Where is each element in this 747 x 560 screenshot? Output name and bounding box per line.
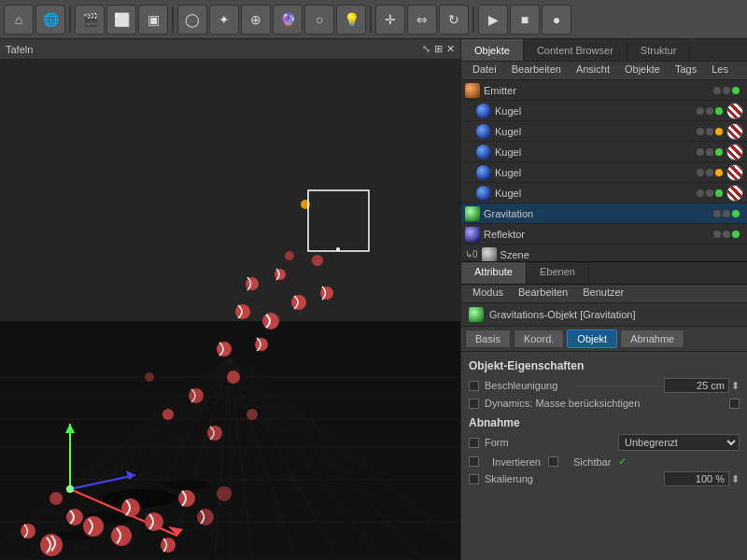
- menu-datei[interactable]: Datei: [465, 62, 504, 79]
- dot1: [713, 87, 721, 94]
- beschleunigung-checkbox[interactable]: [469, 381, 479, 391]
- beschleunigung-arrow[interactable]: ⬍: [731, 380, 740, 392]
- menu-ansicht[interactable]: Ansicht: [569, 62, 617, 79]
- object-row-emitter[interactable]: Emitter: [461, 80, 747, 101]
- kugel-5-name: Kugel: [495, 188, 697, 199]
- menu-bearbeiten[interactable]: Bearbeiten: [504, 62, 569, 79]
- dynamics-checkbox[interactable]: [469, 399, 479, 409]
- object-row-kugel-1[interactable]: Kugel: [461, 101, 747, 121]
- attr-menu-benutzer[interactable]: Benutzer: [575, 285, 631, 302]
- attr-menu-modus[interactable]: Modus: [465, 285, 511, 302]
- scale-button[interactable]: ⇔: [407, 5, 437, 35]
- tab-objekte[interactable]: Objekte: [461, 39, 524, 61]
- svg-point-48: [320, 287, 333, 300]
- btn-objekt[interactable]: Objekt: [567, 329, 617, 348]
- object-row-gravitation[interactable]: Gravitation: [461, 203, 747, 224]
- svg-point-61: [162, 409, 174, 420]
- attr-menu-bearbeiten[interactable]: Bearbeiten: [511, 285, 575, 302]
- kugel5-thumb: [726, 185, 743, 202]
- skalierung-value[interactable]: [664, 471, 729, 486]
- gravity-icon: [465, 206, 480, 221]
- tab-ebenen[interactable]: Ebenen: [527, 262, 589, 284]
- attr-gravity-icon: [469, 307, 484, 322]
- kugel3-thumb: [726, 144, 743, 161]
- rotate-button[interactable]: ↻: [439, 5, 469, 35]
- dot1: [713, 210, 721, 217]
- form-checkbox[interactable]: [469, 438, 479, 448]
- kugel-4-name: Kugel: [495, 167, 697, 178]
- menu-tags[interactable]: Tags: [668, 62, 704, 79]
- separator-3: [370, 7, 372, 33]
- separator-4: [472, 7, 474, 33]
- svg-point-50: [275, 269, 286, 280]
- dot3: [732, 231, 740, 238]
- btn-basis[interactable]: Basis: [465, 329, 511, 348]
- play-button[interactable]: ▶: [478, 5, 508, 35]
- svg-point-62: [207, 426, 222, 441]
- svg-point-59: [189, 388, 204, 403]
- menu-les[interactable]: Les: [704, 62, 736, 79]
- skalierung-checkbox[interactable]: [469, 474, 479, 484]
- scene-button[interactable]: 🔮: [273, 5, 303, 35]
- object-row-kugel-2[interactable]: Kugel: [461, 121, 747, 142]
- dot3: [715, 169, 723, 176]
- deform-button[interactable]: ⊕: [241, 5, 271, 35]
- kugel4-dots: [697, 169, 723, 176]
- viewport-3d[interactable]: Tafeln ⤡ ⊞ ✕: [0, 39, 460, 560]
- object-row-szene[interactable]: ↳0 Szene: [461, 245, 747, 262]
- object-row-kugel-5[interactable]: Kugel: [461, 183, 747, 203]
- svg-point-55: [217, 342, 232, 357]
- invertieren-label: Invertieren: [492, 456, 541, 468]
- shape-button[interactable]: ▣: [138, 5, 168, 35]
- nurbs-button[interactable]: ✦: [209, 5, 239, 35]
- beschleunigung-value[interactable]: [664, 378, 729, 393]
- top-tab-bar: Objekte Content Browser Struktur: [461, 39, 747, 62]
- object-row-kugel-3[interactable]: Kugel: [461, 142, 747, 162]
- sichtbar-check: ✓: [618, 455, 627, 468]
- object-row-reflektor[interactable]: Reflektor: [461, 224, 747, 245]
- attr-section-title: Objekt-Eigenschaften: [469, 359, 740, 372]
- viewport-icon-close[interactable]: ✕: [446, 43, 455, 55]
- invertieren-check2[interactable]: [548, 456, 558, 467]
- cam-button[interactable]: ○: [304, 5, 334, 35]
- skalierung-arrow[interactable]: ⬍: [731, 473, 740, 485]
- light-button[interactable]: 💡: [336, 5, 366, 35]
- dot2: [706, 169, 713, 176]
- attr-row-invertieren-sichtbar: Invertieren Sichtbar ✓: [469, 455, 740, 468]
- dot1: [713, 231, 721, 238]
- viewport-icon-settings[interactable]: ⊞: [434, 43, 443, 55]
- globe-button[interactable]: 🌐: [35, 5, 65, 35]
- tab-struktur[interactable]: Struktur: [627, 39, 691, 61]
- stop-button[interactable]: ■: [510, 5, 540, 35]
- beschleunigung-dots: [574, 385, 660, 386]
- kugel-3-name: Kugel: [495, 147, 697, 158]
- svg-point-51: [235, 304, 250, 319]
- btn-abnahme[interactable]: Abnahme: [620, 329, 684, 348]
- viewport-icon-move[interactable]: ⤡: [422, 43, 430, 55]
- main-toolbar: ⌂ 🌐 🎬 ⬜ ▣ ◯ ✦ ⊕ 🔮 ○ 💡 ✛ ⇔ ↻ ▶ ■ ●: [0, 0, 747, 39]
- form-select[interactable]: Unbegrenzt Sphärisch Zylindrisch: [618, 434, 740, 451]
- kugel2-thumb: [726, 123, 743, 140]
- tab-attribute[interactable]: Attribute: [461, 262, 527, 284]
- sphere-icon-5: [476, 186, 491, 201]
- szene-prefix: ↳0: [465, 249, 478, 259]
- poly-button[interactable]: ◯: [177, 5, 207, 35]
- btn-koord[interactable]: Koord.: [514, 329, 564, 348]
- invertieren-checkbox[interactable]: [469, 456, 479, 467]
- film-button[interactable]: 🎬: [75, 5, 105, 35]
- sphere-icon-4: [476, 165, 491, 180]
- move-button[interactable]: ✛: [375, 5, 405, 35]
- clipboard-button[interactable]: ⬜: [106, 5, 136, 35]
- object-row-kugel-4[interactable]: Kugel: [461, 162, 747, 183]
- dot2: [723, 231, 730, 238]
- menu-objekte[interactable]: Objekte: [617, 62, 668, 79]
- tab-content-browser[interactable]: Content Browser: [524, 39, 627, 61]
- separator-1: [69, 7, 71, 33]
- svg-point-25: [163, 479, 210, 490]
- record-button[interactable]: ●: [542, 5, 571, 35]
- dynamics-check2[interactable]: [729, 399, 740, 409]
- svg-point-45: [217, 486, 232, 501]
- svg-rect-2: [0, 321, 460, 560]
- home-button[interactable]: ⌂: [4, 5, 34, 35]
- scene-svg: [0, 60, 460, 560]
